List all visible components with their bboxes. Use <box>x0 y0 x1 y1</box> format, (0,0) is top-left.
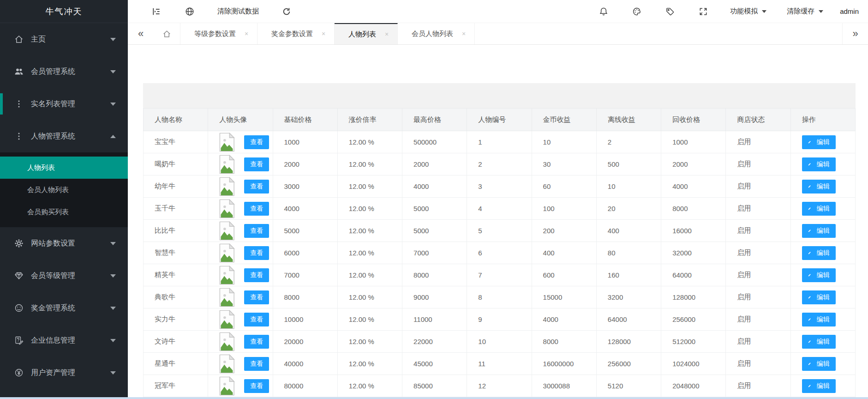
sidebar-subitem-member-character-list[interactable]: 会员人物列表 <box>0 179 128 201</box>
edit-button[interactable]: 编辑 <box>802 135 836 149</box>
cell-id: 1 <box>467 131 532 153</box>
cell-max-price: 4000 <box>402 175 467 198</box>
sidebar-item-bonus-management[interactable]: 奖金管理系统 <box>0 292 128 324</box>
filter-panel <box>143 83 856 108</box>
cell-name: 宝宝牛 <box>144 131 208 153</box>
sidebar-item-character-management[interactable]: 人物管理系统 <box>0 120 128 152</box>
cell-status: 启用 <box>726 175 790 198</box>
cell-name: 玉千牛 <box>144 198 208 220</box>
column-header: 基础价格 <box>273 109 337 131</box>
broken-image-icon <box>219 266 235 285</box>
sidebar-subitem-character-list[interactable]: 人物列表 <box>0 157 128 179</box>
view-button[interactable]: 查看 <box>244 202 269 216</box>
view-button[interactable]: 查看 <box>244 135 269 149</box>
edit-button[interactable]: 编辑 <box>802 180 836 193</box>
pencil-icon <box>808 250 814 256</box>
edit-button-label: 编辑 <box>817 338 830 346</box>
sidebar-item-user-assets[interactable]: 用户资产管理 <box>0 357 128 389</box>
cell-avatar: 查看 <box>208 153 273 175</box>
user-name[interactable]: admin <box>840 7 859 15</box>
globe-icon[interactable] <box>184 6 196 18</box>
edit-button[interactable]: 编辑 <box>802 313 836 326</box>
home-icon <box>14 34 24 44</box>
cell-coin-income: 16000000 <box>532 353 596 375</box>
tab-bonus-params[interactable]: 奖金参数设置× <box>257 23 335 44</box>
tab-label: 奖金参数设置 <box>271 30 313 38</box>
cell-status: 启用 <box>726 308 790 331</box>
fullscreen-icon[interactable] <box>697 6 709 18</box>
sidebar-item-member-management[interactable]: 会员管理系统 <box>0 55 128 88</box>
pencil-icon <box>808 272 814 278</box>
table-row: 玉千牛查看400012.00 %50004100208000启用编辑 <box>144 198 856 220</box>
tab-member-character-list[interactable]: 会员人物列表× <box>398 23 475 44</box>
tab-character-list[interactable]: 人物列表× <box>335 23 398 44</box>
edit-button[interactable]: 编辑 <box>802 268 836 282</box>
close-icon[interactable]: × <box>320 30 327 37</box>
cell-recycle-price: 1000 <box>661 131 726 153</box>
cell-recycle-price: 32000 <box>661 242 726 264</box>
close-icon[interactable]: × <box>243 30 250 37</box>
view-button[interactable]: 查看 <box>244 180 269 193</box>
view-button[interactable]: 查看 <box>244 290 269 304</box>
edit-button[interactable]: 编辑 <box>802 202 836 216</box>
edit-button-label: 编辑 <box>817 160 830 169</box>
sidebar-item-member-level[interactable]: 会员等级管理 <box>0 260 128 292</box>
view-button[interactable]: 查看 <box>244 246 269 260</box>
refresh-icon[interactable] <box>281 6 293 18</box>
edit-button[interactable]: 编辑 <box>802 335 836 349</box>
clear-test-data-button[interactable]: 清除测试数据 <box>217 7 259 16</box>
scroll-tabs-right[interactable]: » <box>842 23 868 44</box>
home-tab[interactable] <box>154 23 180 44</box>
scroll-tabs-left[interactable]: « <box>128 23 154 44</box>
view-button[interactable]: 查看 <box>244 379 269 393</box>
cell-base-price: 3000 <box>273 175 337 198</box>
view-button[interactable]: 查看 <box>244 313 269 326</box>
edit-button[interactable]: 编辑 <box>802 224 836 238</box>
home-icon <box>162 30 171 38</box>
cell-rate: 12.00 % <box>337 220 402 242</box>
collapse-sidebar-icon[interactable] <box>150 6 162 18</box>
edit-button[interactable]: 编辑 <box>802 357 836 371</box>
cell-id: 11 <box>467 353 532 375</box>
close-icon[interactable]: × <box>383 30 390 38</box>
edit-button[interactable]: 编辑 <box>802 379 836 393</box>
chevron-down-icon <box>110 339 116 342</box>
cell-avatar: 查看 <box>208 353 273 375</box>
doc-edit-icon <box>14 335 24 345</box>
cell-id: 9 <box>467 308 532 331</box>
cell-avatar: 查看 <box>208 308 273 331</box>
function-sim-dropdown[interactable]: 功能模拟 <box>730 7 766 16</box>
cell-recycle-price: 4000 <box>661 175 726 198</box>
palette-icon[interactable] <box>631 6 643 18</box>
tag-icon[interactable] <box>664 6 676 18</box>
cell-rate: 12.00 % <box>337 375 402 397</box>
sidebar-item-realname-list[interactable]: 实名列表管理 <box>0 88 128 120</box>
tab-level-params[interactable]: 等级参数设置× <box>180 23 257 44</box>
chevron-down-icon <box>110 371 116 375</box>
cell-max-price: 5000 <box>402 220 467 242</box>
edit-button[interactable]: 编辑 <box>802 290 836 304</box>
broken-image-icon <box>219 243 235 263</box>
sidebar-item-site-params[interactable]: 网站参数设置 <box>0 227 128 260</box>
view-button[interactable]: 查看 <box>244 268 269 282</box>
sidebar-subitem-member-purchase-list[interactable]: 会员购买列表 <box>0 201 128 223</box>
table-row: 实力牛查看1000012.00 %110009400064000256000启用… <box>144 308 856 331</box>
cell-recycle-price: 256000 <box>661 308 726 331</box>
cell-coin-income: 600 <box>532 264 596 286</box>
column-header: 商店状态 <box>726 109 790 131</box>
table-row: 智慧牛查看600012.00 %700064008032000启用编辑 <box>144 242 856 264</box>
view-button[interactable]: 查看 <box>244 335 269 349</box>
clear-cache-dropdown[interactable]: 清除缓存 <box>787 7 823 16</box>
edit-button[interactable]: 编辑 <box>802 157 836 171</box>
view-button[interactable]: 查看 <box>244 357 269 371</box>
bell-icon[interactable] <box>598 6 610 18</box>
sidebar: 牛气冲天 主页会员管理系统实名列表管理人物管理系统人物列表会员人物列表会员购买列… <box>0 0 128 399</box>
view-button[interactable]: 查看 <box>244 157 269 171</box>
sidebar-item-company-info[interactable]: 企业信息管理 <box>0 324 128 357</box>
sidebar-item-home[interactable]: 主页 <box>0 23 128 55</box>
view-button[interactable]: 查看 <box>244 224 269 238</box>
close-icon[interactable]: × <box>461 30 467 37</box>
pencil-icon <box>808 383 814 389</box>
cell-rate: 12.00 % <box>337 153 402 175</box>
edit-button[interactable]: 编辑 <box>802 246 836 260</box>
